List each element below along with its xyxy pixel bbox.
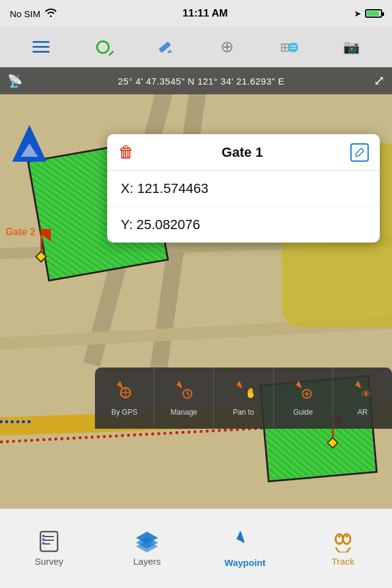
svg-rect-22 [40,532,58,551]
coordinate-text: 25° 4' 47.3545" N 121° 34' 21.6293" E [118,76,284,86]
ar-icon: 👁 [353,380,372,404]
tab-survey-label: Survey [35,556,64,567]
navigation-arrow [12,125,47,162]
popup-card: 🗑 Gate 1 X: 121.574463 Y: 25.082076 [107,134,380,243]
waypoint-icon [234,529,256,554]
guide-icon [293,380,313,404]
pan-to-label: Pan to [233,408,254,417]
guide-button[interactable]: Guide [274,368,333,429]
svg-text:✋: ✋ [245,387,254,399]
crosshair-button[interactable]: ⊕ [212,34,243,61]
status-bar: No SIM 11:11 AM ➤ [0,0,392,27]
delete-button[interactable]: 🗑 [118,143,134,162]
svg-point-39 [338,535,341,538]
popup-title: Gate 1 [222,145,263,160]
battery-indicator [365,9,382,18]
pencil-button[interactable] [149,34,180,61]
menu-button[interactable] [26,34,56,61]
gate-2-pole [40,229,42,251]
hamburger-icon [32,41,50,53]
edit-button[interactable] [350,143,369,162]
manage-button[interactable]: Manage [154,368,214,429]
by-gps-label: By GPS [111,408,138,417]
toolbar: ⊕ ⊞ 🌐 📷 [0,27,392,67]
gate-2-diamond [35,251,47,263]
coordinate-bar: 📡 25° 4' 47.3545" N 121° 34' 21.6293" E … [0,67,392,94]
svg-point-40 [345,535,348,538]
tab-waypoint-label: Waypoint [225,557,266,568]
location-icon: ➤ [354,9,361,18]
tab-waypoint[interactable]: Waypoint [196,523,294,574]
svg-marker-1 [167,50,172,53]
camera-button[interactable]: 📷 [336,34,366,61]
svg-rect-27 [42,538,45,541]
manage-icon [174,380,194,404]
gate-1-diamond [326,437,339,449]
layers-icon [135,530,159,552]
carrier-label: No SIM [10,9,40,19]
guide-label: Guide [293,408,313,417]
gate-2-label: Gate 2 [6,227,36,238]
edit-icon [355,148,364,157]
svg-line-36 [336,548,339,552]
track-line-blue [0,420,31,435]
track-icon [331,530,355,552]
ar-label: AR [358,408,368,417]
crosshair-icon: ⊕ [221,37,234,56]
gate-2-marker[interactable]: Gate 2 [37,229,45,261]
map-area[interactable]: Gate 2 Gate 1 🗑 Gate 1 X: 121.574 [0,94,392,508]
popup-y-row: Y: 25.082076 [107,207,380,243]
time-display: 11:11 AM [183,7,228,20]
pan-to-icon: ✋ [234,380,254,404]
search-button[interactable] [88,34,118,61]
tab-track[interactable]: Track [294,524,392,573]
survey-icon [38,530,60,552]
tab-track-label: Track [332,556,355,567]
pencil-icon [156,39,173,56]
tab-layers-label: Layers [133,556,160,567]
svg-point-18 [306,393,308,395]
expand-icon[interactable]: ⤢ [374,73,385,89]
svg-line-37 [347,548,350,552]
tab-layers[interactable]: Layers [98,524,196,573]
pan-to-button[interactable]: ✋ Pan to [214,368,273,429]
tab-bar: Survey Layers Waypoint Track [0,508,392,588]
manage-label: Manage [171,408,197,417]
search-icon [96,40,110,54]
svg-rect-28 [42,542,45,545]
popup-header: 🗑 Gate 1 [107,134,380,171]
tab-survey[interactable]: Survey [0,524,98,573]
svg-text:👁: 👁 [361,389,371,399]
wifi-icon [45,9,56,19]
satellite-icon: 📡 [7,74,23,88]
camera-icon: 📷 [343,39,360,55]
popup-x-row: X: 121.574463 [107,171,380,207]
waypoint-toolbar: By GPS Manage ✋ Pa [95,368,392,429]
layers-button[interactable]: ⊞ 🌐 [274,34,304,61]
by-gps-icon [115,380,134,404]
by-gps-button[interactable]: By GPS [95,368,154,429]
globe-icon: 🌐 [288,42,298,52]
svg-rect-26 [42,535,45,537]
ar-button[interactable]: 👁 AR [333,368,392,429]
